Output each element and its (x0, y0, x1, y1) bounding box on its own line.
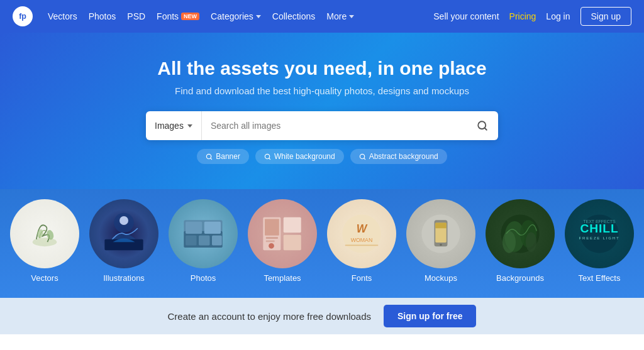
svg-line-3 (484, 128, 486, 129)
category-illustrations[interactable]: Illustrations (89, 199, 158, 283)
svg-text:FREEZE LIGHT: FREEZE LIGHT (579, 236, 620, 240)
svg-point-38 (440, 244, 442, 246)
search-icon (264, 153, 271, 160)
vectors-illustration (23, 212, 67, 256)
svg-rect-37 (435, 223, 447, 229)
svg-point-27 (269, 243, 274, 249)
category-label-fonts: Fonts (352, 273, 372, 283)
texteffects-illustration: CHILL FREEZE LIGHT TEXT EFFECTS (577, 212, 621, 256)
category-circle-photos (169, 199, 238, 268)
category-label-illustrations: Illustrations (103, 273, 145, 283)
svg-rect-21 (199, 236, 210, 246)
backgrounds-illustration (498, 212, 542, 256)
category-circle-vectors (10, 199, 79, 268)
svg-point-42 (502, 231, 516, 253)
svg-rect-18 (186, 222, 202, 234)
tag-banner[interactable]: Banner (197, 149, 249, 164)
fonts-illustration: W WOMAN (340, 212, 384, 256)
search-type-dropdown[interactable]: Images (146, 111, 202, 140)
category-mockups[interactable]: Mockups (406, 199, 475, 283)
nav-item-psd[interactable]: PSD (127, 11, 145, 21)
svg-text:CHILL: CHILL (580, 222, 618, 235)
tag-white-background[interactable]: White background (255, 149, 344, 164)
nav-item-collections[interactable]: Collections (272, 11, 315, 21)
svg-point-43 (526, 232, 537, 252)
hero-title: All the assets you need, in one place (13, 58, 631, 79)
category-circle-fonts: W WOMAN (327, 199, 396, 268)
category-circle-backgrounds (486, 199, 555, 268)
svg-rect-20 (186, 236, 197, 246)
nav-item-categories[interactable]: Categories (211, 11, 261, 21)
search-icon (477, 120, 488, 131)
svg-rect-22 (212, 236, 222, 246)
nav-item-vectors[interactable]: Vectors (48, 11, 77, 21)
svg-rect-29 (266, 241, 275, 243)
category-label-photos: Photos (191, 273, 216, 283)
mockups-illustration (419, 212, 463, 256)
chevron-down-icon (349, 15, 354, 18)
svg-line-9 (364, 158, 365, 159)
logo-area[interactable]: fp (13, 6, 33, 26)
category-circle-templates (248, 199, 317, 268)
svg-text:fp: fp (19, 12, 26, 21)
category-backgrounds[interactable]: Backgrounds (486, 199, 555, 283)
header: fp Vectors Photos PSD Fonts NEW Categori… (0, 0, 644, 33)
svg-rect-26 (284, 235, 301, 251)
category-label-vectors: Vectors (31, 273, 58, 283)
search-button[interactable] (467, 111, 498, 140)
category-circle-illustrations (89, 199, 158, 268)
category-vectors[interactable]: Vectors (10, 199, 79, 283)
category-circle-mockups (406, 199, 475, 268)
category-fonts[interactable]: W WOMAN Fonts (327, 199, 396, 283)
signup-free-button[interactable]: Sign up for free (384, 305, 476, 327)
category-label-texteffects: Text Effects (579, 273, 621, 283)
svg-line-5 (211, 158, 212, 159)
search-input[interactable] (202, 121, 467, 131)
illustrations-illustration (102, 212, 146, 256)
svg-text:W: W (357, 222, 368, 235)
category-circle-texteffects: CHILL FREEZE LIGHT TEXT EFFECTS (565, 199, 634, 268)
login-link[interactable]: Log in (546, 11, 570, 21)
svg-point-12 (36, 229, 43, 238)
svg-rect-25 (284, 217, 301, 233)
category-label-backgrounds: Backgrounds (496, 273, 544, 283)
bottom-bar-text: Create an account to enjoy more free dow… (168, 311, 372, 322)
svg-line-7 (269, 158, 270, 159)
category-templates[interactable]: Templates (248, 199, 317, 283)
svg-rect-19 (204, 222, 221, 234)
hero-subtitle: Find and download the best high-quality … (13, 85, 631, 96)
categories-section: Vectors Illustrations (0, 189, 644, 298)
svg-rect-33 (345, 245, 379, 246)
photos-illustration (181, 212, 225, 256)
hero-section: All the assets you need, in one place Fi… (0, 33, 644, 189)
nav-item-more[interactable]: More (326, 11, 354, 21)
nav-item-photos[interactable]: Photos (89, 11, 116, 21)
main-nav: Vectors Photos PSD Fonts NEW Categories … (48, 11, 433, 21)
search-container: Images (13, 111, 631, 140)
svg-text:TEXT EFFECTS: TEXT EFFECTS (583, 219, 616, 224)
chevron-down-icon (256, 15, 261, 18)
bottom-bar: Create an account to enjoy more free dow… (0, 298, 644, 334)
category-label-mockups: Mockups (425, 273, 457, 283)
category-photos[interactable]: Photos (169, 199, 238, 283)
chevron-down-icon (187, 124, 192, 128)
nav-right: Sell your content Pricing Log in Sign up (433, 7, 631, 26)
svg-rect-24 (265, 219, 279, 235)
tag-abstract-background[interactable]: Abstract background (350, 149, 447, 164)
signup-button[interactable]: Sign up (580, 7, 631, 26)
suggestion-tags: Banner White background Abstract backgro… (13, 149, 631, 164)
freepik-logo-icon: fp (13, 6, 33, 26)
search-icon (206, 153, 213, 160)
search-type-label: Images (155, 121, 184, 131)
nav-item-fonts[interactable]: Fonts NEW (157, 11, 199, 21)
templates-illustration (260, 212, 304, 256)
category-texteffects[interactable]: CHILL FREEZE LIGHT TEXT EFFECTS Text Eff… (565, 199, 634, 283)
svg-point-14 (119, 216, 128, 225)
search-icon (359, 153, 366, 160)
pricing-link[interactable]: Pricing (509, 11, 536, 21)
category-label-templates: Templates (264, 273, 301, 283)
sell-content-link[interactable]: Sell your content (433, 11, 499, 21)
new-badge: NEW (181, 13, 199, 20)
search-box: Images (146, 111, 498, 140)
svg-text:WOMAN: WOMAN (351, 237, 373, 243)
